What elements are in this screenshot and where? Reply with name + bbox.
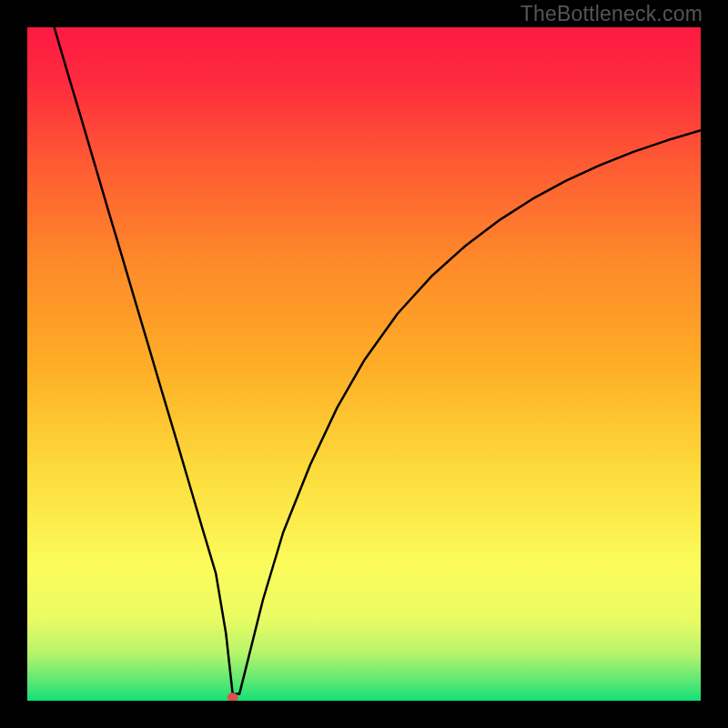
watermark-label: TheBottleneck.com	[521, 2, 703, 26]
gradient-background	[27, 27, 701, 701]
chart-svg	[27, 27, 701, 701]
chart-plot-area	[27, 27, 701, 701]
